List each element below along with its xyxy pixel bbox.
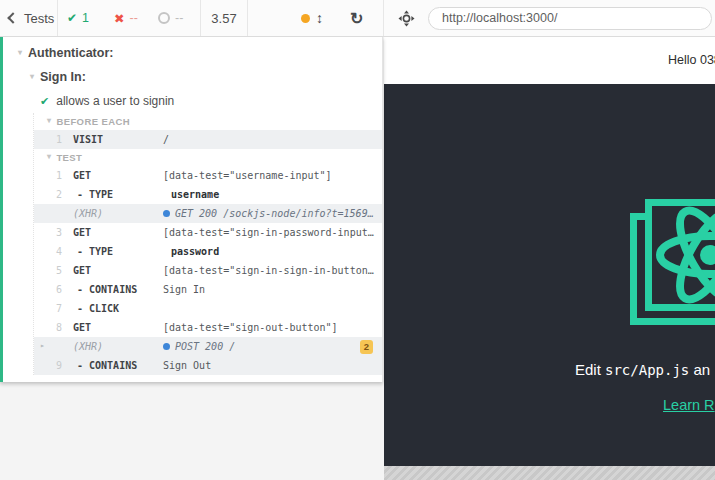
- command-row[interactable]: 1VISIT/: [34, 130, 382, 149]
- passed-stat: ✔ 1: [67, 0, 89, 36]
- command-message: username: [163, 189, 382, 200]
- command-method: VISIT: [62, 134, 163, 145]
- expand-caret-icon[interactable]: ▸: [40, 342, 45, 350]
- panel-divider: [383, 0, 384, 36]
- command-number: 4: [34, 246, 62, 257]
- duplicate-count-badge: 2: [360, 340, 373, 354]
- command-row[interactable]: 1GET[data-test="username-input"]: [34, 166, 382, 185]
- suite-title: Authenticator:: [28, 46, 113, 60]
- test-title: allows a user to signin: [56, 94, 174, 108]
- command-row[interactable]: 5GET[data-test="sign-in-sign-in-button…: [34, 261, 382, 280]
- xhr-dot-icon: [163, 343, 170, 350]
- command-number: 2: [34, 189, 62, 200]
- command-message: Sign Out: [163, 360, 382, 371]
- edit-code: src/App.js: [605, 362, 689, 378]
- command-method: - CONTAINS: [62, 284, 163, 295]
- x-icon: ✖: [114, 11, 124, 26]
- suite-title: Sign In:: [40, 70, 86, 84]
- hook-section-header[interactable]: ▾BEFORE EACH: [34, 113, 382, 130]
- suite-sign-in[interactable]: ▾ Sign In:: [30, 70, 86, 84]
- command-method: (XHR): [62, 208, 163, 219]
- viewport-hatch-strip: [384, 466, 715, 480]
- xhr-message-text: GET 200 /sockjs-node/info?t=1569…: [175, 208, 374, 219]
- failed-count: --: [129, 11, 137, 25]
- selector-playground-button[interactable]: [398, 0, 415, 36]
- duration-label: 3.57: [201, 0, 247, 36]
- app-under-test: Hello 038a Edit src/App.js an Learn R: [384, 37, 715, 480]
- hook-section-label: TEST: [56, 152, 82, 163]
- failed-stat: ✖ --: [114, 0, 138, 36]
- divider: [57, 0, 58, 36]
- chevron-down-icon: ▾: [47, 153, 51, 161]
- auto-scroll-toggle[interactable]: ↕: [301, 0, 323, 36]
- suite-authenticator[interactable]: ▾ Authenticator:: [18, 46, 113, 60]
- check-icon: ✔: [40, 95, 49, 108]
- command-sections: ▾BEFORE EACH1VISIT/▾TEST1GET[data-test="…: [33, 113, 382, 375]
- back-label: Tests: [24, 11, 54, 26]
- command-message: Sign In: [163, 284, 382, 295]
- command-number: 6: [34, 284, 62, 295]
- command-method: GET: [62, 265, 163, 276]
- cypress-runner: Tests ✔ 1 ✖ -- -- 3.57 ↕ ↻: [0, 0, 715, 480]
- passed-count: 1: [82, 11, 89, 25]
- command-row[interactable]: 9- CONTAINSSign Out: [34, 356, 382, 375]
- chevron-down-icon: ▾: [47, 117, 51, 125]
- up-down-arrow-icon: ↕: [316, 10, 323, 26]
- divider: [247, 0, 248, 36]
- command-row[interactable]: 3GET[data-test="sign-in-password-input…: [34, 223, 382, 242]
- command-log-panel: ▾ Authenticator: ▾ Sign In: ✔ allows a u…: [0, 37, 383, 382]
- command-method: GET: [62, 170, 163, 181]
- command-row[interactable]: ▸(XHR)POST 200 /2: [34, 337, 382, 356]
- command-row[interactable]: 8GET[data-test="sign-out-button"]: [34, 318, 382, 337]
- hook-section-header[interactable]: ▾TEST: [34, 149, 382, 166]
- command-message: [data-test="sign-out-button"]: [163, 322, 382, 333]
- command-number: 1: [34, 134, 62, 145]
- xhr-dot-icon: [163, 210, 170, 217]
- chevron-down-icon: ▾: [30, 73, 34, 81]
- test-passed-strip: [0, 37, 3, 382]
- hook-section-label: BEFORE EACH: [56, 116, 130, 127]
- back-to-tests-button[interactable]: Tests: [9, 0, 54, 36]
- edit-suffix: an: [689, 361, 710, 378]
- react-logo-icon: [620, 190, 715, 320]
- app-header: Edit src/App.js an Learn R: [384, 84, 715, 466]
- command-message: [data-test="username-input"]: [163, 170, 382, 181]
- command-row[interactable]: 6- CONTAINSSign In: [34, 280, 382, 299]
- command-method: - TYPE: [62, 246, 163, 257]
- test-title-row[interactable]: ✔ allows a user to signin: [40, 94, 174, 108]
- command-number: 3: [34, 227, 62, 238]
- command-row[interactable]: 4- TYPEpassword: [34, 242, 382, 261]
- refresh-icon: ↻: [350, 9, 363, 28]
- command-method: - CLICK: [62, 303, 163, 314]
- command-message: /: [163, 134, 382, 145]
- command-row[interactable]: (XHR)GET 200 /sockjs-node/info?t=1569…: [34, 204, 382, 223]
- command-number: 8: [34, 322, 62, 333]
- rerun-tests-button[interactable]: ↻: [350, 0, 363, 36]
- command-method: - TYPE: [62, 189, 163, 200]
- command-message: POST 200 /: [163, 341, 382, 352]
- command-message: password: [163, 246, 382, 257]
- app-nav-bar: Hello 038a: [384, 37, 715, 84]
- chevron-left-icon: [7, 12, 18, 23]
- edit-prefix: Edit: [575, 361, 605, 378]
- pending-stat: --: [158, 0, 183, 36]
- status-dot-icon: [301, 14, 310, 23]
- edit-instruction-text: Edit src/App.js an: [575, 361, 710, 378]
- pending-count: --: [175, 11, 183, 25]
- chevron-down-icon: ▾: [18, 49, 22, 57]
- circle-icon: [158, 12, 170, 24]
- command-method: GET: [62, 322, 163, 333]
- greeting-text: Hello 038a: [668, 53, 715, 67]
- command-row[interactable]: 7- CLICK: [34, 299, 382, 318]
- runner-header: Tests ✔ 1 ✖ -- -- 3.57 ↕ ↻: [0, 0, 715, 37]
- command-method: GET: [62, 227, 163, 238]
- command-message: [data-test="sign-in-password-input…: [163, 227, 382, 238]
- learn-react-link[interactable]: Learn R: [663, 397, 715, 413]
- command-message: [data-test="sign-in-sign-in-button…: [163, 265, 382, 276]
- command-method: (XHR): [62, 341, 163, 352]
- command-number: 9: [34, 360, 62, 371]
- command-row[interactable]: 2- TYPEusername: [34, 185, 382, 204]
- command-number: 7: [34, 303, 62, 314]
- url-address-bar[interactable]: http://localhost:3000/: [428, 7, 712, 30]
- crosshair-icon: [398, 10, 415, 27]
